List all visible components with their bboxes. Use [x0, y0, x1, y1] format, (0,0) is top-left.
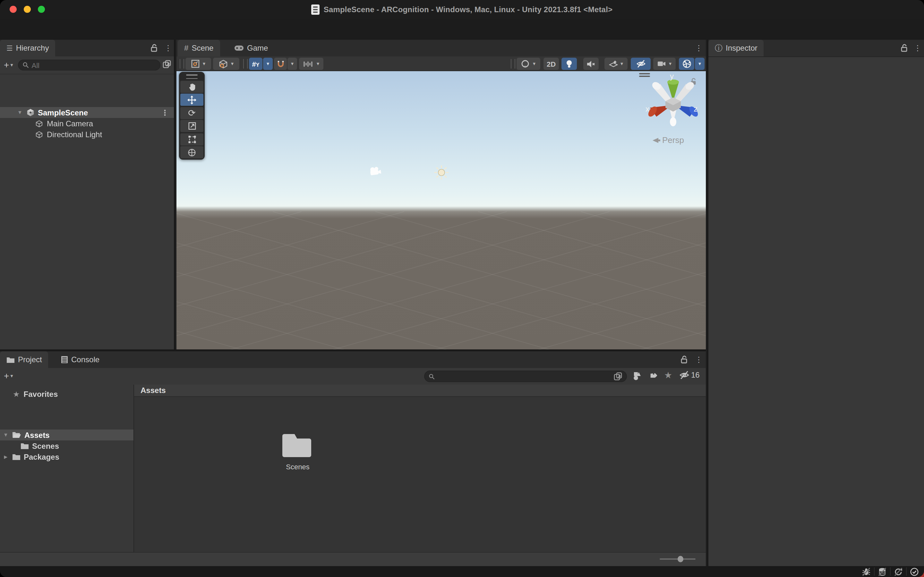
grid-y-icon: #Y [252, 60, 260, 68]
hierarchy-controls: + ▾ [0, 56, 174, 74]
auto-refresh-disabled-button[interactable] [894, 567, 903, 576]
toggle-2d-button[interactable]: 2D [543, 58, 559, 70]
hierarchy-lock-button[interactable] [150, 44, 158, 52]
hidden-packages-button[interactable]: 16 [679, 371, 700, 380]
rotate-tool-icon: ⟳ [188, 108, 195, 118]
hierarchy-row-scene[interactable]: ▼ SampleScene ⋮ [0, 107, 174, 118]
hand-tool-button[interactable] [180, 81, 204, 93]
scene-light-gizmo-icon[interactable] [434, 165, 449, 180]
document-proxy-icon [312, 4, 320, 15]
scene-camera-gizmo-icon[interactable] [368, 165, 383, 177]
slider-thumb[interactable] [678, 556, 683, 562]
axis-x-label[interactable]: x [646, 105, 649, 113]
rect-tool-button[interactable] [180, 133, 204, 145]
scene-lighting-button[interactable] [561, 58, 577, 70]
disclosure-triangle-icon[interactable]: ▶ [3, 454, 9, 459]
kebab-icon: ⋮ [695, 355, 703, 364]
disclosure-triangle-icon[interactable]: ▼ [17, 110, 23, 115]
create-object-button[interactable]: + ▾ [4, 60, 13, 70]
inspector-tabbar: ⓘ Inspector ⋮ [708, 40, 924, 57]
project-menu-button[interactable]: ⋮ [695, 355, 703, 364]
breadcrumb-label: Assets [141, 386, 166, 395]
tab-inspector[interactable]: ⓘ Inspector [708, 40, 764, 56]
hierarchy-menu-button[interactable]: ⋮ [164, 44, 172, 53]
search-by-type-button[interactable] [632, 371, 642, 381]
ruler-icon [303, 60, 313, 68]
tree-item-assets[interactable]: ▼ Assets [0, 430, 134, 440]
shading-mode-dropdown[interactable]: ▾ [517, 58, 540, 70]
type-filter-icon [632, 371, 642, 381]
chevron-down-icon: ▾ [203, 61, 205, 67]
snap-dropdown[interactable]: ▾ [288, 58, 297, 70]
debugger-disabled-button[interactable] [862, 567, 871, 576]
status-bar [0, 566, 924, 577]
tab-scene[interactable]: # Scene [178, 40, 220, 56]
scene-tabbar: # Scene Game ⋮ [176, 40, 706, 57]
pivot-orientation-button[interactable]: ▾ [213, 58, 239, 70]
palette-drag-handle[interactable] [180, 74, 204, 79]
transform-tool-button[interactable] [180, 146, 204, 158]
search-by-label-button[interactable] [648, 371, 657, 380]
project-search-field[interactable] [424, 371, 627, 382]
hierarchy-panel: ☰ Hierarchy ⋮ + ▾ ▼ SampleScene [0, 40, 175, 350]
tab-console[interactable]: Console [55, 351, 106, 368]
create-asset-button[interactable]: + ▾ [4, 371, 13, 381]
tab-project[interactable]: Project [0, 351, 48, 368]
hierarchy-row-directional-light[interactable]: Directional Light [0, 129, 174, 140]
chevron-down-icon: ▾ [10, 62, 13, 68]
disclosure-triangle-icon[interactable]: ▼ [3, 432, 9, 438]
hierarchy-pick-window-button[interactable] [162, 60, 171, 69]
cache-server-disabled-button[interactable] [878, 567, 887, 576]
snap-button[interactable] [274, 58, 287, 70]
favorite-search-button[interactable]: ★ [664, 370, 672, 380]
projection-toggle[interactable]: Persp [653, 135, 684, 145]
audio-muted-icon [586, 60, 596, 68]
project-lock-button[interactable] [680, 355, 688, 364]
tree-label: Assets [24, 430, 50, 440]
gizmos-dropdown[interactable]: ▾ [695, 58, 704, 70]
hierarchy-search-field[interactable] [18, 60, 160, 71]
pivot-cube-icon [219, 59, 228, 68]
snap-increment-button[interactable]: ▾ [299, 58, 323, 70]
scene-menu-button[interactable]: ⋮ [161, 108, 169, 117]
inspector-menu-button[interactable]: ⋮ [914, 44, 921, 53]
tab-hierarchy[interactable]: ☰ Hierarchy [0, 40, 55, 56]
thumbnail-size-slider[interactable] [660, 558, 696, 560]
scale-tool-button[interactable] [180, 120, 204, 132]
hierarchy-search-input[interactable] [32, 61, 156, 69]
gizmos-button[interactable] [679, 58, 694, 70]
axis-y-label[interactable]: y [670, 72, 674, 81]
chevron-down-icon: ▾ [698, 61, 701, 67]
title-bar: SampleScene - ARCognition - Windows, Mac… [0, 0, 924, 19]
project-tabbar: Project Console ⋮ [0, 351, 706, 369]
scene-audio-button[interactable] [583, 58, 599, 70]
grid-visibility-dropdown[interactable]: ▾ [263, 58, 273, 70]
activity-ok-indicator[interactable] [910, 567, 919, 576]
eye-slash-icon [636, 60, 646, 68]
scene-effects-dropdown[interactable]: ▾ [604, 58, 628, 70]
close-window-button[interactable] [10, 6, 17, 13]
rotate-tool-button[interactable]: ⟳ [180, 107, 204, 119]
minimize-window-button[interactable] [24, 6, 31, 13]
inspector-lock-button[interactable] [900, 44, 908, 52]
hand-tool-icon [188, 82, 196, 91]
tree-label: Packages [24, 452, 59, 461]
tool-settings-button[interactable]: ▾ [186, 58, 211, 70]
tab-game[interactable]: Game [228, 40, 274, 56]
scene-menu-button[interactable]: ⋮ [695, 44, 703, 53]
tree-item-favorites[interactable]: ★ Favorites [0, 388, 134, 400]
grid-visibility-button[interactable]: #Y [249, 58, 262, 70]
tree-item-scenes[interactable]: Scenes [0, 440, 134, 451]
hierarchy-row-main-camera[interactable]: Main Camera [0, 118, 174, 129]
move-tool-button[interactable] [180, 93, 204, 106]
persp-arrow-icon [653, 137, 660, 143]
zoom-window-button[interactable] [38, 6, 45, 13]
project-search-input[interactable] [438, 372, 610, 380]
asset-folder-scenes[interactable]: Scenes [282, 433, 313, 471]
scene-camera-dropdown[interactable]: ▾ [653, 58, 676, 70]
axis-z-label[interactable]: z [694, 105, 698, 113]
open-in-window-icon[interactable] [614, 372, 622, 381]
hidden-objects-button[interactable] [631, 58, 651, 70]
tree-item-packages[interactable]: ▶ Packages [0, 451, 134, 462]
scene-viewport[interactable]: ⟳ [176, 71, 706, 350]
